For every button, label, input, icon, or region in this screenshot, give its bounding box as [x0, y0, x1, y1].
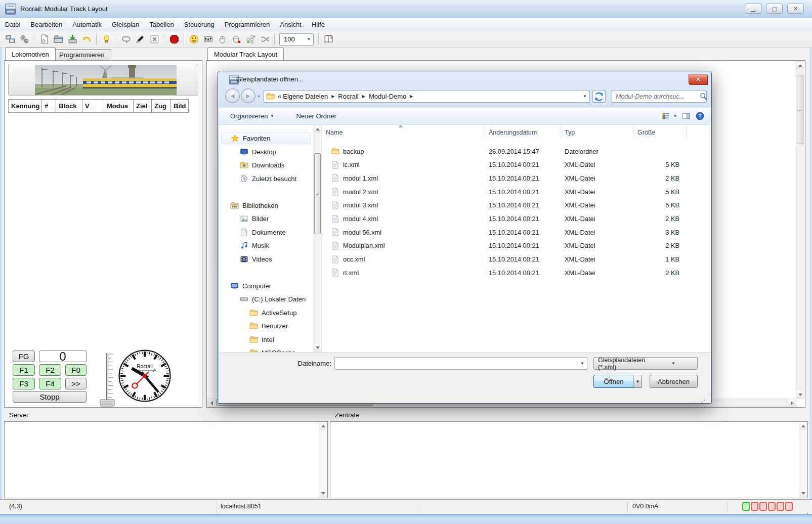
- breadcrumb[interactable]: « Eigene Dateien▶Rocrail▶Modul-Demo▶ ▼: [264, 90, 590, 103]
- server-log[interactable]: [4, 421, 328, 498]
- file-row-modul-3-xml[interactable]: modul 3.xml15.10.2014 00:21XML-Datei5 KB: [322, 199, 707, 211]
- toolbar-open-folder-button[interactable]: [51, 32, 65, 46]
- menu-item-ansicht[interactable]: Ansicht: [275, 19, 307, 30]
- toolbar-connect-button[interactable]: [3, 32, 17, 46]
- back-button[interactable]: ◄: [225, 89, 240, 103]
- file-row-modul-2-xml[interactable]: modul 2.xml15.10.2014 00:21XML-Datei5 KB: [322, 186, 707, 198]
- sidebar-item-msocache[interactable]: MSOCache: [249, 346, 295, 352]
- column-header-name[interactable]: Name: [322, 126, 485, 139]
- organize-menu-button[interactable]: Organisieren ▼: [225, 110, 279, 122]
- more-functions-button[interactable]: >>: [65, 378, 87, 389]
- canvas-vscroll-thumb[interactable]: [797, 75, 803, 144]
- dialog-close-button[interactable]: ✕: [689, 74, 708, 85]
- preview-icon[interactable]: [682, 112, 691, 120]
- f4-button[interactable]: F4: [39, 378, 61, 389]
- scroll-down-icon[interactable]: [796, 391, 804, 399]
- zoom-level-combobox[interactable]: 100▼: [279, 33, 314, 46]
- nav-history-dropdown-icon[interactable]: ▼: [257, 95, 261, 98]
- toolbar-control-panel-button[interactable]: [201, 32, 215, 46]
- file-row-modulplan-xml[interactable]: Modulplan.xml15.10.2014 00:21XML-Datei2 …: [322, 240, 707, 252]
- refresh-button[interactable]: [592, 90, 606, 103]
- sidebar-item-bilder[interactable]: Bilder: [240, 212, 269, 225]
- menu-item-programmieren[interactable]: Programmieren: [220, 19, 275, 30]
- sidebar-scroll-thumb[interactable]: [314, 153, 321, 234]
- toolbar-route-loop-button[interactable]: [119, 32, 133, 46]
- file-row-lc-xml[interactable]: lc.xml15.10.2014 00:21XML-Datei5 KB: [322, 159, 707, 171]
- toolbar-new-file-button[interactable]: [37, 32, 51, 46]
- f2-button[interactable]: F2: [39, 364, 61, 376]
- loco-column-bild[interactable]: Bild: [171, 99, 189, 113]
- column-header-nderungsdatum[interactable]: Änderungsdatum: [485, 126, 561, 139]
- dialog-resize-grip[interactable]: [700, 392, 707, 399]
- sidebar-item-intel[interactable]: Intel: [249, 333, 274, 345]
- menu-item-hilfe[interactable]: Hilfe: [307, 19, 330, 30]
- chevron-down-icon[interactable]: ▼: [305, 34, 313, 45]
- toolbar-mouse-analyse-button[interactable]: [229, 32, 243, 46]
- breadcrumb-segment-rocrail[interactable]: Rocrail: [338, 93, 358, 100]
- sidebar-item-desktop[interactable]: Desktop: [240, 146, 276, 158]
- toolbar-manual-button[interactable]: [321, 32, 335, 46]
- chevron-down-icon[interactable]: ▼: [673, 114, 677, 118]
- file-row-rt-xml[interactable]: rt.xml15.10.2014 00:21XML-Datei2 KB: [322, 267, 707, 279]
- window-resize-grip[interactable]: [803, 505, 810, 512]
- central-log-scrollbar[interactable]: [799, 422, 807, 498]
- breadcrumb-separator-icon[interactable]: ▶: [328, 94, 338, 99]
- loco-column-modus[interactable]: Modus: [104, 99, 134, 113]
- menu-item-bearbeiten[interactable]: Bearbeiten: [25, 19, 67, 30]
- help-icon[interactable]: [696, 112, 704, 120]
- loco-column-col1[interactable]: #__: [42, 99, 56, 113]
- sidebar-item-computer[interactable]: Computer: [230, 280, 271, 292]
- toolbar-undo-button[interactable]: [79, 32, 94, 46]
- sidebar-item-dokumente[interactable]: Dokumente: [240, 226, 285, 238]
- toolbar-lamp-button[interactable]: [99, 32, 113, 46]
- central-log[interactable]: [330, 421, 808, 498]
- scroll-up-icon[interactable]: [796, 62, 804, 69]
- server-log-scrollbar[interactable]: [319, 422, 327, 498]
- sidebar-item-videos[interactable]: Videos: [240, 253, 272, 265]
- menu-item-datei[interactable]: Datei: [0, 19, 25, 30]
- sidebar-item-benutzer[interactable]: Benutzer: [249, 320, 288, 332]
- sidebar-item-bibliotheken[interactable]: Bibliotheken: [230, 199, 278, 211]
- search-input[interactable]: [612, 93, 699, 100]
- file-row-modul-56-xml[interactable]: modul 56.xml15.10.2014 00:21XML-Datei3 K…: [322, 226, 707, 238]
- file-row-occ-xml[interactable]: occ.xml15.10.2014 00:21XML-Datei1 KB: [322, 253, 707, 266]
- loco-column-kennung[interactable]: Kennung: [8, 99, 42, 113]
- filename-combobox[interactable]: ▼: [334, 357, 587, 370]
- tab-programmieren[interactable]: Programmieren: [53, 49, 111, 60]
- scroll-down-icon[interactable]: [314, 344, 321, 352]
- scroll-up-icon[interactable]: [314, 125, 321, 133]
- scroll-up-icon[interactable]: [799, 422, 807, 430]
- toolbar-smiley-button[interactable]: [187, 32, 201, 46]
- menu-item-tabellen[interactable]: Tabellen: [144, 19, 179, 30]
- views-icon[interactable]: [662, 112, 670, 120]
- file-row-backup[interactable]: backup26.09.2014 15:47Dateiordner: [322, 145, 707, 157]
- scroll-down-icon[interactable]: [319, 490, 327, 497]
- breadcrumb-separator-icon[interactable]: ▶: [359, 94, 369, 99]
- breadcrumb-segment-eigene-dateien[interactable]: Eigene Dateien: [283, 93, 328, 100]
- sidebar-scrollbar[interactable]: [313, 125, 322, 352]
- speed-slider[interactable]: [99, 350, 119, 407]
- menu-item-automatik[interactable]: Automatik: [67, 19, 107, 30]
- loco-column-ziel[interactable]: Ziel: [134, 99, 152, 113]
- sidebar-item-favoriten[interactable]: Favoriten: [221, 132, 311, 144]
- open-button[interactable]: Öffnen: [593, 375, 634, 388]
- toolbar-delete-x-button[interactable]: [147, 32, 161, 46]
- toolbar-shuffle-button[interactable]: [258, 32, 272, 46]
- file-row-modul-1-xml[interactable]: modul 1.xml15.10.2014 00:21XML-Datei2 KB: [322, 172, 707, 184]
- fg-button[interactable]: FG: [13, 351, 35, 362]
- sidebar-item-downloads[interactable]: Downloads: [240, 159, 284, 171]
- search-box[interactable]: [612, 90, 707, 103]
- menu-item-steuerung[interactable]: Steuerung: [179, 19, 220, 30]
- scroll-right-icon[interactable]: [788, 399, 796, 407]
- locomotive-image[interactable]: [8, 64, 198, 96]
- toolbar-mouse-button[interactable]: [215, 32, 229, 46]
- breadcrumb-separator-icon[interactable]: ▶: [406, 94, 416, 99]
- scroll-up-icon[interactable]: [319, 422, 327, 430]
- toolbar-module-grid-button[interactable]: [243, 32, 258, 46]
- sidebar-item-c-lokaler-daten[interactable]: (C:) Lokaler Daten: [240, 293, 306, 305]
- f3-button[interactable]: F3: [13, 378, 35, 389]
- tab-modular-track-layout[interactable]: Modular Track Layout: [207, 48, 284, 60]
- tab-lokomotiven[interactable]: Lokomotiven: [5, 48, 56, 60]
- close-button[interactable]: ✕: [787, 4, 804, 14]
- toolbar-pencil-button[interactable]: [133, 32, 147, 46]
